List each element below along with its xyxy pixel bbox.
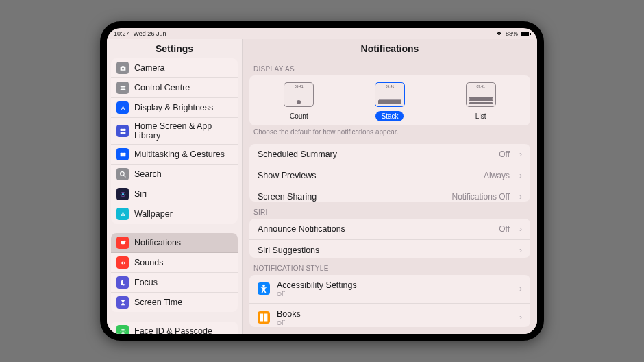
svg-rect-2 [120,88,125,90]
row-value: Always [484,171,510,180]
svg-point-18 [123,240,125,242]
wallpaper-icon [116,208,129,220]
svg-point-0 [121,67,123,69]
svg-rect-1 [120,86,125,87]
svg-point-22 [262,285,265,287]
sidebar-item-label: Multitasking & Gestures [134,149,225,159]
ipad-device: 10:27 Wed 26 Jun 88% Settings CameraCont… [100,21,544,341]
display-brightness-icon: A [116,101,129,114]
svg-rect-5 [123,128,125,130]
row-sublabel: Off [277,291,510,298]
preview-lines [287,100,310,104]
svg-point-13 [121,193,123,195]
svg-rect-9 [123,152,125,156]
row-label: Books [277,309,510,319]
sidebar-item-label: Control Centre [134,83,190,93]
chevron-right-icon: › [519,313,522,322]
status-bar: 10:27 Wed 26 Jun 88% [107,28,537,39]
general-row[interactable]: Show PreviewsAlways› [249,165,530,186]
preview-lines [378,100,401,104]
style-header: NOTIFICATION STYLE [243,258,537,275]
row-value: Notifications Off [452,192,510,202]
sidebar-item-label: Siri [134,189,147,199]
chevron-right-icon: › [519,245,522,255]
sidebar-title: Settings [107,39,242,58]
sidebar-item-camera[interactable]: Camera [111,58,238,78]
display-as-header: DISPLAY AS [243,58,537,75]
control-centre-icon [116,82,129,94]
display-as-count[interactable]: 09:41Count [284,82,314,121]
display-as-stack[interactable]: 09:41Stack [375,82,405,121]
svg-text:A: A [121,105,125,111]
sidebar-content[interactable]: CameraControl CentreADisplay & Brightnes… [107,58,242,334]
svg-point-16 [123,214,125,216]
sidebar-item-siri[interactable]: Siri [111,184,238,204]
sidebar-item-label: Display & Brightness [134,103,213,112]
svg-rect-8 [120,152,122,156]
svg-rect-4 [120,128,122,130]
faceid-icon [116,325,129,334]
svg-point-19 [121,329,125,334]
sidebar-item-wallpaper[interactable]: Wallpaper [111,204,238,224]
sidebar-item-label: Notifications [134,238,181,248]
app-icon [258,311,270,324]
display-as-label: Stack [375,111,404,121]
camera-notch [301,24,343,28]
app-icon [258,282,270,295]
row-value: Off [499,149,510,159]
detail-pane[interactable]: Notifications DISPLAY AS 09:41Count09:41… [243,39,537,334]
sidebar-item-label: Wallpaper [134,209,173,219]
svg-rect-6 [120,132,122,134]
preview-time: 09:41 [377,84,403,88]
siri-icon [116,188,129,200]
chevron-right-icon: › [519,224,522,234]
svg-point-20 [121,330,122,331]
row-label: Scheduled Summary [258,149,492,159]
svg-point-21 [123,330,124,331]
sidebar-item-search[interactable]: Search [111,165,238,184]
siri-row[interactable]: Announce NotificationsOff› [249,219,530,240]
chevron-right-icon: › [519,149,522,159]
style-row[interactable]: Accessibility SettingsOff› [249,275,530,304]
row-label: Screen Sharing [258,192,445,202]
sidebar-item-display-brightness[interactable]: ADisplay & Brightness [111,98,238,118]
sidebar-item-home-screen[interactable]: Home Screen & App Library [111,118,238,145]
sidebar-item-label: Camera [134,63,164,73]
general-row[interactable]: Scheduled SummaryOff› [249,144,530,165]
siri-row[interactable]: Siri Suggestions› [249,240,530,257]
svg-rect-7 [123,132,125,134]
sidebar-item-control-centre[interactable]: Control Centre [111,78,238,98]
notification-style-card: Accessibility SettingsOff›BooksOff› [249,275,530,327]
svg-point-15 [121,214,123,216]
status-date: Wed 26 Jun [134,30,166,37]
svg-point-10 [120,171,124,176]
sidebar-item-label: Face ID & Passcode [134,326,212,334]
sounds-icon [116,256,129,269]
display-as-options: 09:41Count09:41Stack09:41List [249,75,530,125]
status-time: 10:27 [114,30,129,37]
display-as-card: 09:41Count09:41Stack09:41List [249,75,530,125]
detail-title: Notifications [243,39,537,58]
preview-time: 09:41 [286,84,312,88]
sidebar-item-sounds[interactable]: Sounds [111,253,238,273]
general-row[interactable]: Screen SharingNotifications Off› [249,186,530,202]
display-preview: 09:41 [466,82,496,107]
row-value: Off [499,224,510,234]
sidebar-group: CameraControl CentreADisplay & Brightnes… [111,58,238,224]
style-row[interactable]: BooksOff› [249,304,530,327]
chevron-right-icon: › [519,171,522,180]
display-as-list[interactable]: 09:41List [466,82,496,121]
sidebar-item-label: Sounds [134,258,163,267]
sidebar-item-focus[interactable]: Focus [111,273,238,293]
sidebar-item-screen-time[interactable]: Screen Time [111,293,238,312]
focus-icon [116,276,129,289]
wifi-icon [495,31,503,36]
screen-time-icon [116,296,129,309]
sidebar-item-faceid[interactable]: Face ID & Passcode [111,322,238,334]
home-screen-icon [116,125,129,137]
sidebar-item-notifications[interactable]: Notifications [111,233,238,253]
sidebar-item-multitasking[interactable]: Multitasking & Gestures [111,145,238,165]
display-preview: 09:41 [284,82,314,107]
display-as-label: Count [284,111,314,121]
siri-header: SIRI [243,202,537,219]
